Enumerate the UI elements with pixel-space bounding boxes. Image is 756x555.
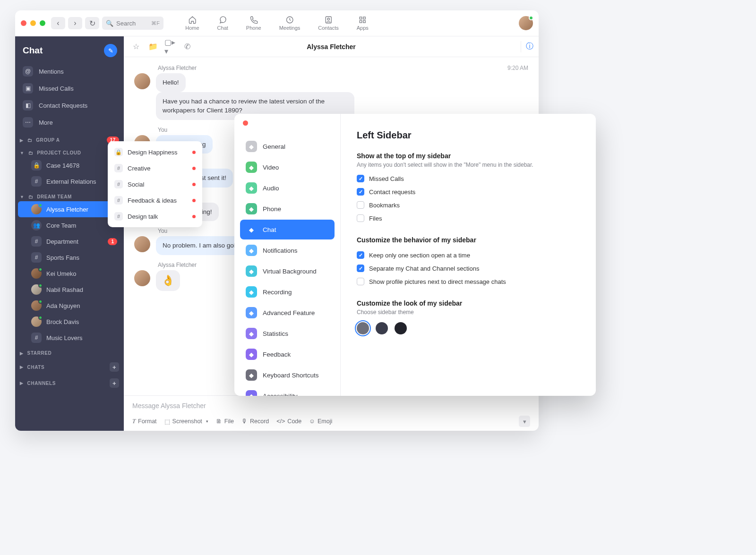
tab-apps[interactable]: Apps	[357, 16, 369, 31]
section-channels[interactable]: ▶CHANNELS+	[15, 374, 124, 390]
sidebar-item-missed-calls[interactable]: ▣Missed Calls	[18, 80, 121, 97]
close-icon[interactable]	[21, 20, 26, 26]
theme-swatch[interactable]	[357, 322, 369, 334]
chevron-right-icon: ▶	[20, 365, 24, 369]
settings-nav-statistics[interactable]: ◆Statistics	[240, 324, 335, 343]
settings-nav-video[interactable]: ◆Video	[240, 157, 335, 177]
hash-icon: #	[114, 164, 123, 172]
message-bubble[interactable]: 👌	[156, 270, 180, 291]
settings-nav-notifications[interactable]: ◆Notifications	[240, 240, 335, 260]
svg-rect-5	[360, 21, 362, 23]
checkbox-contact-requests[interactable]: Contact requests	[357, 188, 580, 196]
channel-sports-fans[interactable]: #Sports Fans	[18, 249, 121, 265]
channel-external-relations[interactable]: #External Relations	[18, 173, 121, 189]
channel-case-14678[interactable]: 🔒Case 14678	[18, 157, 121, 173]
phone-call-button[interactable]: ✆	[181, 41, 193, 52]
file-button[interactable]: 🗎File	[216, 418, 234, 425]
section-chats[interactable]: ▶CHATS+	[15, 358, 124, 374]
dm-nabil-rashad[interactable]: Nabil Rashad	[18, 282, 121, 298]
chat-title: Alyssa Fletcher	[307, 43, 356, 51]
unread-badge: 1	[108, 238, 117, 245]
channel-music-lovers[interactable]: #Music Lovers	[18, 330, 121, 346]
theme-swatch[interactable]	[395, 322, 407, 334]
dm-alyssa-fletcher[interactable]: Alyssa Fletcher	[18, 201, 121, 217]
settings-nav-label: Audio	[263, 185, 279, 192]
checkbox-separate-my-chat-and-channel-sections[interactable]: Separate my Chat and Channel sections	[357, 265, 580, 272]
popover-item[interactable]: #Design talk	[108, 208, 202, 224]
settings-nav-advanced-feature[interactable]: ◆Advanced Feature	[240, 303, 335, 323]
record-button[interactable]: 🎙Record	[241, 418, 269, 425]
svg-point-2	[327, 18, 330, 20]
popover-item[interactable]: 🔒Design Happiness	[108, 144, 202, 160]
channel-core-team[interactable]: 👥Core Team	[18, 217, 121, 233]
sidebar-item-mentions[interactable]: @Mentions	[18, 63, 121, 80]
nav-back-button[interactable]: ‹	[51, 17, 65, 29]
tab-contacts[interactable]: Contacts	[318, 16, 338, 31]
settings-nav-keyboard-shortcuts[interactable]: ◆Keyboard Shortcuts	[240, 365, 335, 385]
compose-button[interactable]: ✎	[104, 44, 117, 57]
format-button[interactable]: 𝑇Format	[132, 418, 157, 425]
channel-department[interactable]: #Department1	[18, 233, 121, 249]
theme-swatch[interactable]	[376, 322, 388, 334]
sidebar-item-contact-requests[interactable]: ◧Contact Requests	[18, 97, 121, 114]
tab-home[interactable]: Home	[185, 16, 199, 31]
settings-nav-recording[interactable]: ◆Recording	[240, 282, 335, 302]
settings-nav-accessibility[interactable]: ◆Accessibility	[240, 386, 335, 396]
tab-meetings[interactable]: Meetings	[279, 16, 301, 31]
add-chat-button[interactable]: +	[110, 362, 119, 372]
message-bubble[interactable]: Hello!	[156, 73, 186, 92]
dm-ada-nguyen[interactable]: Ada Nguyen	[18, 298, 121, 314]
checkbox-show-profile-pictures-next-to-direct-message-chats[interactable]: Show profile pictures next to direct mes…	[357, 278, 580, 285]
emoji-button[interactable]: ☺Emoji	[309, 418, 332, 425]
tab-phone[interactable]: Phone	[246, 16, 261, 31]
nav-forward-button[interactable]: ›	[68, 17, 82, 29]
settings-nav-audio[interactable]: ◆Audio	[240, 178, 335, 198]
checkbox-missed-calls[interactable]: Missed Calls	[357, 175, 580, 182]
section-group-a[interactable]: ▶ 🗀 GROUP A 17	[15, 132, 124, 145]
search-input[interactable]: 🔍 Search ⌘F	[102, 17, 163, 30]
dm-brock-davis[interactable]: Brock Davis	[18, 314, 121, 330]
star-button[interactable]: ☆	[130, 41, 142, 52]
people-icon: 👥	[31, 220, 42, 231]
add-channel-button[interactable]: +	[110, 378, 119, 388]
unread-dot	[192, 167, 196, 170]
settings-body: Left Sidebar Show at the top of my sideb…	[341, 114, 596, 396]
info-button[interactable]: ⓘ	[521, 41, 532, 52]
screenshot-button[interactable]: ⬚Screenshot▾	[164, 418, 208, 425]
chat-header: ☆ 📁 ▢▸ ▾ ✆ Alyssa Fletcher ⓘ	[124, 36, 539, 57]
checkbox-icon	[357, 201, 364, 209]
code-button[interactable]: </>Code	[276, 418, 301, 425]
checkbox-label: Keep only one section open at a time	[369, 252, 470, 259]
settings-nav-phone[interactable]: ◆Phone	[240, 199, 335, 219]
settings-nav-virtual-background[interactable]: ◆Virtual Background	[240, 261, 335, 281]
checkbox-keep-only-one-section-open-at-a-time[interactable]: Keep only one section open at a time	[357, 251, 580, 259]
settings-modal: ◆General◆Video◆Audio◆Phone◆Chat◆Notifica…	[234, 114, 596, 396]
popover-label: Feedback & ideas	[128, 197, 177, 204]
history-button[interactable]: ↻	[85, 17, 99, 29]
chevron-right-icon: ▶	[20, 138, 24, 143]
settings-nav-icon: ◆	[246, 182, 257, 194]
settings-nav-chat[interactable]: ◆Chat	[240, 220, 335, 239]
minimize-icon[interactable]	[30, 20, 36, 26]
section-starred[interactable]: ▶STARRED	[15, 346, 124, 358]
sidebar-item-more[interactable]: ⋯More	[18, 114, 121, 131]
user-avatar[interactable]	[519, 16, 533, 30]
video-call-button[interactable]: ▢▸ ▾	[164, 41, 176, 52]
settings-nav-general[interactable]: ◆General	[240, 137, 335, 156]
filter-button[interactable]: ▾	[519, 416, 530, 427]
dm-kei-umeko[interactable]: Kei Umeko	[18, 265, 121, 282]
popover-item[interactable]: #Creative	[108, 160, 202, 176]
settings-nav-label: Accessibility	[263, 393, 298, 396]
folder-button[interactable]: 📁	[147, 41, 159, 52]
popover-item[interactable]: #Feedback & ideas	[108, 192, 202, 208]
message-input[interactable]	[132, 402, 530, 410]
tab-chat[interactable]: Chat	[217, 16, 228, 31]
checkbox-files[interactable]: Files	[357, 214, 580, 222]
screenshot-icon: ⬚	[164, 418, 170, 425]
popover-item[interactable]: #Social	[108, 176, 202, 192]
settings-nav-feedback[interactable]: ◆Feedback	[240, 344, 335, 364]
settings-title: Left Sidebar	[357, 130, 580, 141]
zoom-icon[interactable]	[40, 20, 45, 26]
checkbox-bookmarks[interactable]: Bookmarks	[357, 201, 580, 209]
close-icon[interactable]	[243, 120, 248, 126]
